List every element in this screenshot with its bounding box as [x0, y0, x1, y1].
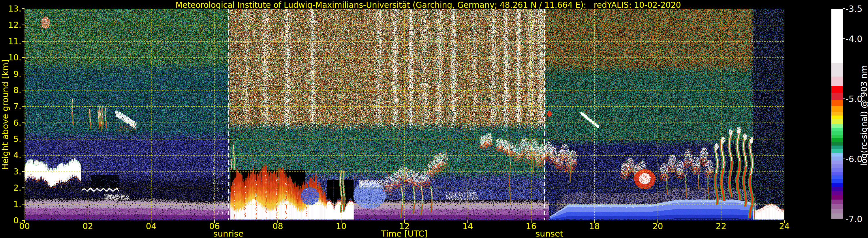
colorbar-segment — [831, 153, 843, 157]
colorbar-tick-mark — [843, 38, 845, 39]
colorbar-segment — [831, 172, 843, 175]
colorbar-label: log(rc-signal) @ 903 nm — [859, 65, 868, 166]
y-tick-label: 8. — [0, 85, 21, 95]
y-tick-mark — [22, 74, 25, 74]
colorbar-segment — [831, 135, 843, 138]
y-tick-mark — [22, 57, 25, 58]
colorbar-segment — [831, 128, 843, 131]
colorbar-tick-label: -3.5 — [845, 4, 863, 14]
colorbar-segment — [831, 138, 843, 142]
colorbar-segment — [831, 179, 843, 183]
colorbar-segment — [831, 164, 843, 168]
colorbar-segment — [831, 149, 843, 153]
y-tick-mark — [22, 90, 25, 90]
colorbar-tick-label: -7.0 — [845, 214, 863, 224]
colorbar-segment — [831, 175, 843, 179]
colorbar-segment — [831, 204, 843, 209]
colorbar-tick-mark — [843, 219, 845, 219]
colorbar-segment — [831, 183, 843, 187]
y-tick-label: 0. — [0, 215, 21, 225]
colorbar — [831, 9, 843, 219]
y-tick-label: 2. — [0, 183, 21, 193]
x-tick-mark — [151, 220, 151, 223]
colorbar-segment — [831, 119, 843, 124]
y-tick-label: 10. — [0, 53, 21, 62]
y-tick-mark — [22, 123, 25, 123]
y-tick-mark — [22, 220, 25, 221]
colorbar-segment — [831, 161, 843, 164]
y-tick-label: 11. — [0, 36, 21, 46]
colorbar-segment — [831, 63, 843, 77]
colorbar-segment — [831, 200, 843, 204]
x-tick-mark — [341, 220, 341, 223]
colorbar-segment — [831, 77, 843, 86]
colorbar-tick-mark — [843, 8, 845, 9]
y-tick-mark — [22, 204, 25, 205]
colorbar-segment — [831, 191, 843, 195]
y-tick-label: 13. — [0, 4, 21, 14]
colorbar-segment — [831, 157, 843, 161]
colorbar-segment — [831, 195, 843, 200]
colorbar-tick-mark — [843, 159, 845, 159]
y-tick-mark — [22, 41, 25, 42]
x-tick-mark — [214, 220, 215, 223]
y-tick-label: 5. — [0, 134, 21, 144]
colorbar-segment — [831, 168, 843, 172]
x-tick-mark — [594, 220, 595, 223]
colorbar-segment — [831, 9, 843, 63]
lidar-heatmap-canvas — [25, 9, 784, 220]
colorbar-segment — [831, 213, 843, 219]
y-tick-mark — [22, 106, 25, 107]
colorbar-segment — [831, 100, 843, 106]
x-tick-mark — [657, 220, 658, 223]
colorbar-tick-mark — [843, 99, 845, 99]
colorbar-segment — [831, 115, 843, 119]
y-tick-label: 12. — [0, 20, 21, 30]
x-tick-mark — [467, 220, 468, 223]
y-tick-label: 7. — [0, 101, 21, 111]
colorbar-segment — [831, 112, 843, 115]
y-tick-label: 9. — [0, 69, 21, 79]
x-tick-mark — [277, 220, 278, 223]
y-tick-mark — [22, 8, 25, 9]
x-tick-mark — [531, 220, 531, 223]
y-tick-mark — [22, 171, 25, 172]
y-tick-label: 4. — [0, 150, 21, 160]
y-tick-mark — [22, 25, 25, 25]
x-tick-mark — [404, 220, 405, 223]
x-tick-mark — [24, 220, 25, 223]
lidar-quicklook-figure: Meteorological Institute of Ludwig-Maxim… — [0, 0, 868, 238]
colorbar-segment — [831, 86, 843, 93]
colorbar-segment — [831, 142, 843, 145]
colorbar-tick-label: -5.0 — [845, 94, 863, 104]
y-tick-label: 3. — [0, 167, 21, 177]
colorbar-segment — [831, 209, 843, 213]
y-tick-mark — [22, 139, 25, 139]
colorbar-segment — [831, 187, 843, 191]
colorbar-segment — [831, 131, 843, 135]
colorbar-segment — [831, 93, 843, 100]
x-tick-mark — [721, 220, 721, 223]
y-tick-label: 6. — [0, 118, 21, 128]
colorbar-tick-label: -6.0 — [845, 154, 863, 164]
x-tick-mark — [88, 220, 88, 223]
colorbar-segment — [831, 124, 843, 128]
y-tick-mark — [22, 187, 25, 188]
colorbar-tick-label: -4.0 — [845, 34, 863, 44]
colorbar-segment — [831, 106, 843, 112]
colorbar-segment — [831, 146, 843, 149]
x-tick-mark — [784, 220, 785, 223]
y-tick-mark — [22, 155, 25, 155]
y-tick-label: 1. — [0, 199, 21, 209]
